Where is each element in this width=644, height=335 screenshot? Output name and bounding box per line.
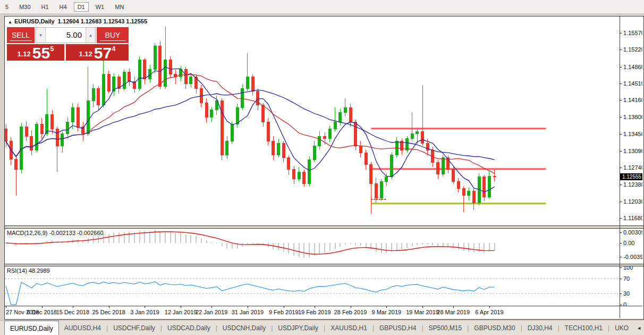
date-axis-tick xyxy=(73,306,73,308)
tab-usdjpy-daily[interactable]: USDJPY,Daily xyxy=(273,321,324,335)
date-label: 15 Dec 2018 xyxy=(56,309,89,315)
volume-stepper: ▼ 5.00 ▲ xyxy=(36,27,96,43)
date-label: 19 Feb 2019 xyxy=(298,309,331,315)
date-axis-tick xyxy=(248,306,248,308)
date-label: 31 Jan 2019 xyxy=(232,309,264,315)
date-label: 19 Mar 2019 xyxy=(406,309,439,315)
date-axis-tick xyxy=(145,306,145,308)
buy-price-big: 57 xyxy=(94,46,112,60)
date-label: 22 Jan 2019 xyxy=(196,309,228,315)
price-axis-label: 1.12380 xyxy=(623,181,642,188)
price-axis-label: 1.15220 xyxy=(623,46,642,53)
date-axis: 27 Nov 20186 Dec 201815 Dec 201825 Dec 2… xyxy=(5,306,642,318)
price-axis-label: 1.11680 xyxy=(623,215,642,221)
tab-eurusd-daily[interactable]: EURUSD,Daily xyxy=(4,321,59,335)
macd-label: MACD(12,26,9) -0.002133 -0.002660 xyxy=(7,230,104,236)
rsi-line xyxy=(6,282,495,305)
collapse-arrow-icon[interactable]: ▲ xyxy=(8,20,12,24)
date-label: 9 Feb 2019 xyxy=(269,309,299,315)
date-label: 9 Mar 2019 xyxy=(371,309,401,315)
date-axis-tick xyxy=(422,306,423,308)
rsi-axis-label: 0 xyxy=(623,302,626,306)
price-axis-label: 1.12030 xyxy=(623,198,642,205)
tab-gbpusd-h4[interactable]: GBPUSD,H4 xyxy=(374,321,421,335)
date-axis-tick xyxy=(6,306,6,308)
date-label: 3 Jan 2019 xyxy=(130,309,159,315)
chart-tab-bar: EURUSD,DailyAUDUSD,H4|USDCHF,Daily|USDCA… xyxy=(0,320,644,335)
date-axis-tick xyxy=(42,306,43,308)
chart-title: ▲EURUSD,Daily 1.12604 1.12683 1.12543 1.… xyxy=(8,18,147,24)
tab-uko[interactable]: UKO xyxy=(609,321,634,335)
sell-price-big: 55 xyxy=(32,46,50,60)
tab-scroll-left-icon[interactable]: ◄ xyxy=(634,325,644,331)
date-axis-tick xyxy=(453,306,454,308)
date-axis-tick xyxy=(489,306,490,308)
tab-gbpusd-m30[interactable]: GBPUSD,M30 xyxy=(469,321,520,335)
current-price-badge: 1.12555 xyxy=(620,173,642,180)
date-axis-tick xyxy=(181,306,181,308)
volume-decrease-button[interactable]: ▼ xyxy=(36,28,46,43)
date-axis-tick xyxy=(315,306,315,308)
chevron-down-icon: ▼ xyxy=(39,33,43,38)
sell-price-prefix: 1.12 xyxy=(18,51,31,60)
sell-price-sup: 5 xyxy=(50,45,54,52)
macd-panel[interactable]: MACD(12,26,9) -0.002133 -0.002660 0.0030… xyxy=(5,229,642,264)
timeframe-button-d1[interactable]: D1 xyxy=(74,2,89,12)
timeframe-button-mn[interactable]: MN xyxy=(111,2,128,12)
timeframe-button-w1[interactable]: W1 xyxy=(92,2,108,12)
date-label: 25 Dec 2018 xyxy=(92,309,125,315)
timeframe-toolbar: 5M30H1H4D1W1MN xyxy=(0,0,644,14)
tab-scroll-buttons: ◄|► xyxy=(634,321,644,335)
tab-dj30-h4[interactable]: DJ30,H4 xyxy=(522,321,558,335)
date-axis-tick xyxy=(109,306,109,308)
price-axis-label: 1.15570 xyxy=(623,30,642,36)
date-label: 28 Feb 2019 xyxy=(334,309,367,315)
price-axis-label: 1.13090 xyxy=(623,148,642,154)
tab-xauusd-h1[interactable]: XAUUSD,H1 xyxy=(325,321,372,335)
rsi-plot[interactable] xyxy=(5,266,642,306)
date-axis-tick xyxy=(351,306,351,308)
rsi-axis-label: 100 xyxy=(623,266,633,271)
tab-usdcnh-daily[interactable]: USDCNH,Daily xyxy=(217,321,271,335)
rsi-label: RSI(14) 48.2989 xyxy=(7,267,50,274)
price-axis-separator xyxy=(620,16,620,318)
date-label: 28 Mar 2019 xyxy=(437,309,470,315)
buy-price-prefix: 1.12 xyxy=(79,51,92,60)
timeframe-button-h4[interactable]: H4 xyxy=(56,2,71,12)
price-axis-label: 1.12740 xyxy=(623,164,642,171)
date-label: 12 Jan 2019 xyxy=(165,309,197,315)
tab-tech100-h1[interactable]: TECH100,H1 xyxy=(560,321,608,335)
one-click-trade-panel: SELL ▼ 5.00 ▲ BUY 1.12555 1.12574 xyxy=(7,27,129,61)
sell-price-display[interactable]: 1.12555 xyxy=(7,44,64,61)
tab-sp500-m15[interactable]: SP500,M15 xyxy=(423,321,468,335)
tab-audusd-h4[interactable]: AUDUSD,H4 xyxy=(59,321,106,335)
timeframe-button-5[interactable]: 5 xyxy=(2,2,12,12)
price-axis-label: 1.14510 xyxy=(623,80,642,87)
volume-increase-button[interactable]: ▲ xyxy=(86,28,95,43)
timeframe-button-m30[interactable]: M30 xyxy=(15,2,34,12)
price-axis-label: 1.13800 xyxy=(623,114,642,120)
moving-average-line xyxy=(6,67,495,192)
buy-price-display[interactable]: 1.12574 xyxy=(66,44,129,61)
main-chart-panel[interactable]: ▲EURUSD,Daily 1.12604 1.12683 1.12543 1.… xyxy=(5,16,642,225)
chart-ohlc-values: 1.12604 1.12683 1.12543 1.12555 xyxy=(58,18,147,24)
buy-price-sup: 4 xyxy=(112,45,115,52)
date-axis-tick xyxy=(386,306,387,308)
tab-usdcad-daily[interactable]: USDCAD,Daily xyxy=(162,321,216,335)
date-label: 6 Dec 2018 xyxy=(27,309,57,315)
price-axis-label: 1.14860 xyxy=(623,64,642,70)
buy-button[interactable]: BUY xyxy=(97,27,129,43)
rsi-axis-label: 70 xyxy=(623,275,630,282)
rsi-panel[interactable]: RSI(14) 48.2989 10070300 xyxy=(5,266,642,306)
date-axis-tick xyxy=(211,306,212,308)
tab-usdchf-daily[interactable]: USDCHF,Daily xyxy=(108,321,160,335)
sell-button[interactable]: SELL xyxy=(7,27,35,43)
macd-axis-label: -0.003947 xyxy=(623,254,642,260)
price-axis-label: 1.14160 xyxy=(623,97,642,103)
chevron-up-icon: ▲ xyxy=(89,33,93,38)
timeframe-button-h1[interactable]: H1 xyxy=(38,2,53,12)
rsi-axis-label: 30 xyxy=(623,290,630,297)
volume-value[interactable]: 5.00 xyxy=(46,28,86,43)
chart-symbol-label: EURUSD,Daily xyxy=(14,18,55,24)
macd-axis-label: 0.003095 xyxy=(623,229,642,236)
